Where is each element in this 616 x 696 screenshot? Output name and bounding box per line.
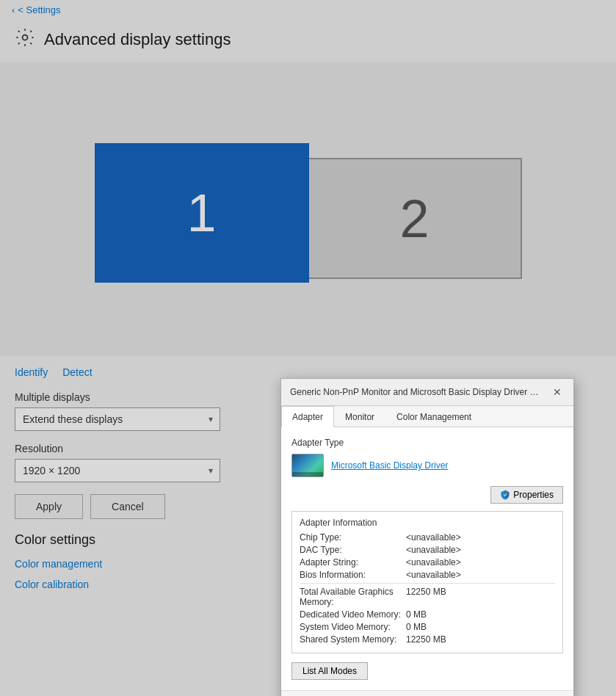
dialog-footer: OK Cancel Apply — [281, 690, 573, 696]
tab-monitor[interactable]: Monitor — [334, 406, 385, 427]
adapter-dialog: Generic Non-PnP Monitor and Microsoft Ba… — [280, 378, 574, 696]
adapter-type-label: Adapter Type — [291, 438, 563, 448]
total-memory-value: 12250 MB — [406, 587, 446, 607]
tab-adapter-label: Adapter — [292, 412, 323, 422]
chip-type-value: <unavailable> — [406, 532, 461, 543]
total-memory-key: Total Available Graphics Memory: — [300, 587, 406, 607]
dialog-titlebar: Generic Non-PnP Monitor and Microsoft Ba… — [281, 379, 573, 406]
list-all-modes-button[interactable]: List All Modes — [291, 662, 368, 680]
shared-memory-row: Shared System Memory: 12250 MB — [300, 634, 555, 645]
dedicated-memory-value: 0 MB — [406, 609, 427, 620]
bios-info-row: Bios Information: <unavailable> — [300, 570, 555, 580]
adapter-name-link[interactable]: Microsoft Basic Display Driver — [331, 460, 448, 471]
tab-monitor-label: Monitor — [345, 412, 374, 422]
dac-type-row: DAC Type: <unavailable> — [300, 545, 555, 555]
bios-info-value: <unavailable> — [406, 570, 461, 580]
chip-type-row: Chip Type: <unavailable> — [300, 532, 555, 543]
adapter-string-key: Adapter String: — [300, 557, 406, 568]
tab-adapter[interactable]: Adapter — [281, 406, 334, 427]
properties-label: Properties — [513, 490, 554, 500]
dialog-tabs: Adapter Monitor Color Management — [281, 406, 573, 427]
shared-memory-value: 12250 MB — [406, 634, 446, 645]
dialog-body: Adapter Type Microsoft Basic Display Dri… — [281, 427, 573, 690]
properties-button[interactable]: Properties — [490, 486, 563, 504]
total-memory-row: Total Available Graphics Memory: 12250 M… — [300, 587, 555, 607]
tab-color-management[interactable]: Color Management — [385, 406, 482, 427]
dialog-close-button[interactable]: ✕ — [550, 385, 565, 399]
adapter-info-section: Adapter Information Chip Type: <unavaila… — [291, 511, 563, 653]
dedicated-memory-row: Dedicated Video Memory: 0 MB — [300, 609, 555, 620]
system-memory-key: System Video Memory: — [300, 622, 406, 632]
close-icon: ✕ — [553, 386, 562, 398]
shield-icon — [500, 490, 510, 500]
dialog-title: Generic Non-PnP Monitor and Microsoft Ba… — [290, 387, 544, 397]
adapter-chip-icon — [291, 454, 324, 477]
properties-btn-row: Properties — [291, 486, 563, 504]
tab-color-management-label: Color Management — [396, 412, 471, 422]
system-memory-row: System Video Memory: 0 MB — [300, 622, 555, 632]
info-divider — [300, 583, 555, 584]
adapter-string-value: <unavailable> — [406, 557, 461, 568]
bios-info-key: Bios Information: — [300, 570, 406, 580]
dac-type-value: <unavailable> — [406, 545, 461, 555]
adapter-info-title: Adapter Information — [300, 518, 555, 528]
system-memory-value: 0 MB — [406, 622, 427, 632]
dedicated-memory-key: Dedicated Video Memory: — [300, 609, 406, 620]
adapter-string-row: Adapter String: <unavailable> — [300, 557, 555, 568]
chip-type-key: Chip Type: — [300, 532, 406, 543]
adapter-row: Microsoft Basic Display Driver — [291, 454, 563, 477]
shared-memory-key: Shared System Memory: — [300, 634, 406, 645]
dac-type-key: DAC Type: — [300, 545, 406, 555]
